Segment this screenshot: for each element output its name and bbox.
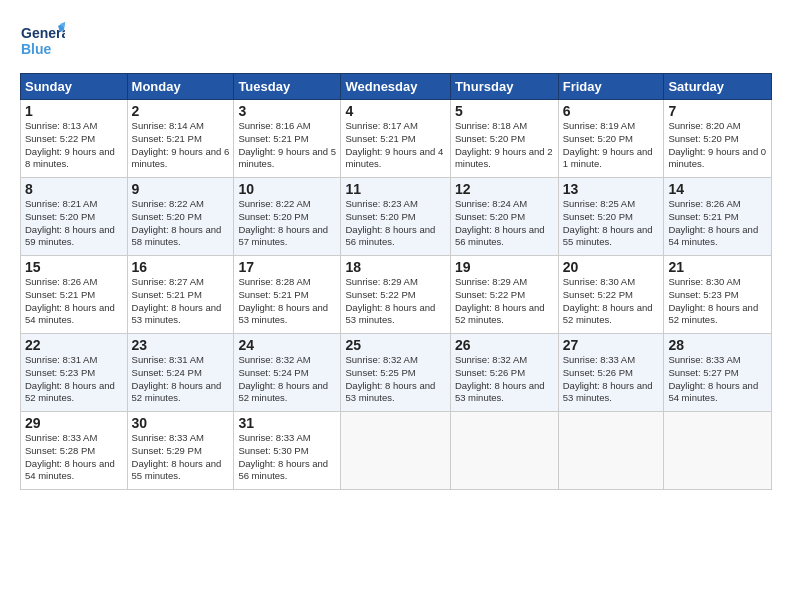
calendar-cell: 27 Sunrise: 8:33 AMSunset: 5:26 PMDaylig…	[558, 334, 664, 412]
day-info: Sunrise: 8:18 AMSunset: 5:20 PMDaylight:…	[455, 120, 553, 169]
day-number: 12	[455, 181, 554, 197]
calendar-cell	[341, 412, 450, 490]
day-number: 25	[345, 337, 445, 353]
calendar-cell: 23 Sunrise: 8:31 AMSunset: 5:24 PMDaylig…	[127, 334, 234, 412]
calendar-cell: 9 Sunrise: 8:22 AMSunset: 5:20 PMDayligh…	[127, 178, 234, 256]
header-tuesday: Tuesday	[234, 74, 341, 100]
day-info: Sunrise: 8:23 AMSunset: 5:20 PMDaylight:…	[345, 198, 435, 247]
day-number: 24	[238, 337, 336, 353]
calendar-cell: 1 Sunrise: 8:13 AMSunset: 5:22 PMDayligh…	[21, 100, 128, 178]
header-sunday: Sunday	[21, 74, 128, 100]
calendar-cell: 21 Sunrise: 8:30 AMSunset: 5:23 PMDaylig…	[664, 256, 772, 334]
day-info: Sunrise: 8:32 AMSunset: 5:24 PMDaylight:…	[238, 354, 328, 403]
day-info: Sunrise: 8:32 AMSunset: 5:26 PMDaylight:…	[455, 354, 545, 403]
calendar-cell: 28 Sunrise: 8:33 AMSunset: 5:27 PMDaylig…	[664, 334, 772, 412]
day-number: 13	[563, 181, 660, 197]
calendar-cell: 30 Sunrise: 8:33 AMSunset: 5:29 PMDaylig…	[127, 412, 234, 490]
calendar-cell: 13 Sunrise: 8:25 AMSunset: 5:20 PMDaylig…	[558, 178, 664, 256]
day-info: Sunrise: 8:19 AMSunset: 5:20 PMDaylight:…	[563, 120, 653, 169]
calendar-cell: 19 Sunrise: 8:29 AMSunset: 5:22 PMDaylig…	[450, 256, 558, 334]
calendar-cell: 3 Sunrise: 8:16 AMSunset: 5:21 PMDayligh…	[234, 100, 341, 178]
calendar-cell: 17 Sunrise: 8:28 AMSunset: 5:21 PMDaylig…	[234, 256, 341, 334]
day-number: 1	[25, 103, 123, 119]
day-info: Sunrise: 8:14 AMSunset: 5:21 PMDaylight:…	[132, 120, 230, 169]
week-row-2: 8 Sunrise: 8:21 AMSunset: 5:20 PMDayligh…	[21, 178, 772, 256]
calendar-cell: 26 Sunrise: 8:32 AMSunset: 5:26 PMDaylig…	[450, 334, 558, 412]
day-number: 5	[455, 103, 554, 119]
header-saturday: Saturday	[664, 74, 772, 100]
day-info: Sunrise: 8:17 AMSunset: 5:21 PMDaylight:…	[345, 120, 443, 169]
day-number: 7	[668, 103, 767, 119]
calendar-cell: 2 Sunrise: 8:14 AMSunset: 5:21 PMDayligh…	[127, 100, 234, 178]
day-number: 27	[563, 337, 660, 353]
calendar-cell: 22 Sunrise: 8:31 AMSunset: 5:23 PMDaylig…	[21, 334, 128, 412]
calendar-cell: 5 Sunrise: 8:18 AMSunset: 5:20 PMDayligh…	[450, 100, 558, 178]
day-info: Sunrise: 8:25 AMSunset: 5:20 PMDaylight:…	[563, 198, 653, 247]
day-number: 15	[25, 259, 123, 275]
calendar-cell: 15 Sunrise: 8:26 AMSunset: 5:21 PMDaylig…	[21, 256, 128, 334]
day-number: 31	[238, 415, 336, 431]
day-number: 9	[132, 181, 230, 197]
calendar-table: Sunday Monday Tuesday Wednesday Thursday…	[20, 73, 772, 490]
day-number: 8	[25, 181, 123, 197]
day-number: 14	[668, 181, 767, 197]
calendar-cell: 29 Sunrise: 8:33 AMSunset: 5:28 PMDaylig…	[21, 412, 128, 490]
header-thursday: Thursday	[450, 74, 558, 100]
day-info: Sunrise: 8:31 AMSunset: 5:24 PMDaylight:…	[132, 354, 222, 403]
day-info: Sunrise: 8:30 AMSunset: 5:22 PMDaylight:…	[563, 276, 653, 325]
week-row-4: 22 Sunrise: 8:31 AMSunset: 5:23 PMDaylig…	[21, 334, 772, 412]
day-info: Sunrise: 8:32 AMSunset: 5:25 PMDaylight:…	[345, 354, 435, 403]
day-info: Sunrise: 8:29 AMSunset: 5:22 PMDaylight:…	[345, 276, 435, 325]
calendar-cell	[558, 412, 664, 490]
day-info: Sunrise: 8:33 AMSunset: 5:30 PMDaylight:…	[238, 432, 328, 481]
calendar-cell: 24 Sunrise: 8:32 AMSunset: 5:24 PMDaylig…	[234, 334, 341, 412]
header-monday: Monday	[127, 74, 234, 100]
day-number: 21	[668, 259, 767, 275]
day-info: Sunrise: 8:22 AMSunset: 5:20 PMDaylight:…	[132, 198, 222, 247]
calendar-cell: 8 Sunrise: 8:21 AMSunset: 5:20 PMDayligh…	[21, 178, 128, 256]
day-number: 11	[345, 181, 445, 197]
day-number: 2	[132, 103, 230, 119]
day-info: Sunrise: 8:20 AMSunset: 5:20 PMDaylight:…	[668, 120, 766, 169]
day-info: Sunrise: 8:26 AMSunset: 5:21 PMDaylight:…	[25, 276, 115, 325]
day-info: Sunrise: 8:13 AMSunset: 5:22 PMDaylight:…	[25, 120, 115, 169]
header-friday: Friday	[558, 74, 664, 100]
day-number: 19	[455, 259, 554, 275]
header: General Blue	[20, 18, 772, 63]
calendar-cell: 6 Sunrise: 8:19 AMSunset: 5:20 PMDayligh…	[558, 100, 664, 178]
day-info: Sunrise: 8:31 AMSunset: 5:23 PMDaylight:…	[25, 354, 115, 403]
svg-text:General: General	[21, 25, 65, 41]
week-row-5: 29 Sunrise: 8:33 AMSunset: 5:28 PMDaylig…	[21, 412, 772, 490]
day-info: Sunrise: 8:26 AMSunset: 5:21 PMDaylight:…	[668, 198, 758, 247]
day-number: 6	[563, 103, 660, 119]
day-number: 23	[132, 337, 230, 353]
calendar-cell: 12 Sunrise: 8:24 AMSunset: 5:20 PMDaylig…	[450, 178, 558, 256]
svg-text:Blue: Blue	[21, 41, 52, 57]
day-number: 4	[345, 103, 445, 119]
day-info: Sunrise: 8:16 AMSunset: 5:21 PMDaylight:…	[238, 120, 336, 169]
day-number: 22	[25, 337, 123, 353]
day-info: Sunrise: 8:30 AMSunset: 5:23 PMDaylight:…	[668, 276, 758, 325]
day-number: 10	[238, 181, 336, 197]
day-number: 26	[455, 337, 554, 353]
day-info: Sunrise: 8:33 AMSunset: 5:27 PMDaylight:…	[668, 354, 758, 403]
calendar-cell: 20 Sunrise: 8:30 AMSunset: 5:22 PMDaylig…	[558, 256, 664, 334]
page: General Blue Sunday Monday Tuesday Wedne…	[0, 0, 792, 612]
logo: General Blue	[20, 18, 65, 63]
calendar-cell: 16 Sunrise: 8:27 AMSunset: 5:21 PMDaylig…	[127, 256, 234, 334]
calendar-cell: 31 Sunrise: 8:33 AMSunset: 5:30 PMDaylig…	[234, 412, 341, 490]
day-info: Sunrise: 8:28 AMSunset: 5:21 PMDaylight:…	[238, 276, 328, 325]
logo-svg: General Blue	[20, 18, 65, 63]
day-info: Sunrise: 8:29 AMSunset: 5:22 PMDaylight:…	[455, 276, 545, 325]
calendar-cell: 10 Sunrise: 8:22 AMSunset: 5:20 PMDaylig…	[234, 178, 341, 256]
calendar-cell: 11 Sunrise: 8:23 AMSunset: 5:20 PMDaylig…	[341, 178, 450, 256]
week-row-1: 1 Sunrise: 8:13 AMSunset: 5:22 PMDayligh…	[21, 100, 772, 178]
day-number: 18	[345, 259, 445, 275]
day-number: 3	[238, 103, 336, 119]
day-number: 20	[563, 259, 660, 275]
week-row-3: 15 Sunrise: 8:26 AMSunset: 5:21 PMDaylig…	[21, 256, 772, 334]
day-info: Sunrise: 8:33 AMSunset: 5:29 PMDaylight:…	[132, 432, 222, 481]
calendar-header-row: Sunday Monday Tuesday Wednesday Thursday…	[21, 74, 772, 100]
header-wednesday: Wednesday	[341, 74, 450, 100]
day-info: Sunrise: 8:21 AMSunset: 5:20 PMDaylight:…	[25, 198, 115, 247]
